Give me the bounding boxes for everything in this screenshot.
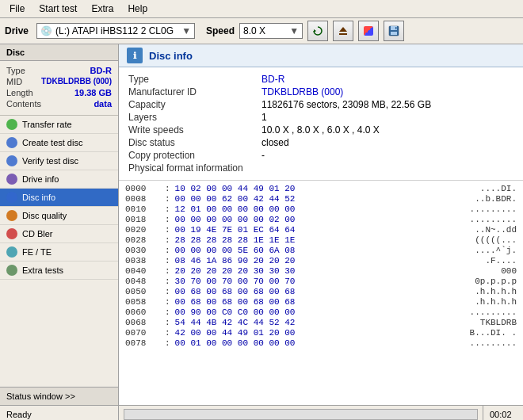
field-label: Write speeds [128,124,255,136]
drive-selector[interactable]: 💿 (L:) ATAPI iHBS112 2 CL0G ▼ [36,23,195,39]
hex-ascii: ......... [470,307,517,317]
svg-point-9 [6,155,17,166]
hex-ascii: .F.... [485,256,517,265]
hex-bytes: 00 00 00 00 5E 60 6A 08 [175,246,468,255]
sidebar-item-label-disc-info: Disc info [22,193,55,202]
svg-point-10 [6,174,17,185]
eject-button[interactable] [333,21,353,41]
drive-dropdown-arrow[interactable]: ▼ [181,25,191,36]
speed-selector[interactable]: 8.0 X ▼ [239,23,303,39]
sidebar-item-disc-info[interactable]: Disc info [0,189,118,207]
hex-addr: 0078 [125,338,165,348]
hex-row: 0048 : 30 70 00 70 00 70 00 700p.p.p.p [125,277,517,286]
color-icon [364,26,373,36]
field-label: Copy protection [128,150,255,161]
hex-bytes: 00 68 00 68 00 68 00 68 [175,287,468,296]
toolbar: Drive 💿 (L:) ATAPI iHBS112 2 CL0G ▼ Spee… [0,18,523,44]
content-header-title: Disc info [149,50,193,62]
sidebar-item-label-fe-te: FE / TE [22,247,52,257]
speed-dropdown-arrow[interactable]: ▼ [289,25,299,36]
eject-icon [338,25,349,36]
sidebar-item-cd-bler[interactable]: CD Bler [0,225,118,243]
hex-row: 0020 : 00 19 4E 7E 01 EC 64 64..N~..dd [125,225,517,235]
disc-mid-value: TDKBLDRBB (000) [41,77,112,86]
hex-addr: 0058 [125,297,165,307]
hex-ascii: .h.h.h.h [475,297,517,307]
status-time: 00:02 [483,406,523,420]
hex-bytes: 00 00 00 62 00 42 44 52 [175,194,468,204]
hex-ascii: 000 [501,266,517,276]
sidebar-item-label-drive-info: Drive info [22,174,59,184]
field-label: Capacity [128,99,255,110]
sidebar-item-fe-te[interactable]: FE / TE [0,243,118,262]
sidebar-item-verify-test-disc[interactable]: Verify test disc [0,152,118,170]
hex-ascii: ......... [470,215,517,224]
field-label: Type [128,74,255,85]
field-value: - [262,150,513,161]
extra-tests-icon [5,263,19,277]
disc-type-value: BD-R [90,66,113,75]
sidebar-item-drive-info[interactable]: Drive info [0,170,118,189]
menu-start-test[interactable]: Start test [32,2,83,16]
field-value [262,162,513,174]
menu-file[interactable]: File [3,2,31,16]
hex-addr: 0050 [125,287,165,296]
speed-value: 8.0 X [243,25,265,36]
field-value: 10.0 X , 8.0 X , 6.0 X , 4.0 X [262,124,513,136]
menu-help[interactable]: Help [121,2,154,16]
drive-info-icon [5,172,19,186]
disc-info-icon [5,190,19,204]
sidebar-item-transfer-rate[interactable]: Transfer rate [0,116,118,134]
sidebar-item-disc-quality[interactable]: Disc quality [0,207,118,225]
disc-quality-icon [5,208,19,223]
hex-ascii: B...DI. . [470,328,517,338]
disc-info-header-icon: ℹ [127,48,143,63]
progress-bar: 0.0% [124,409,478,420]
hex-row: 0000 : 10 02 00 00 44 49 01 20....DI. [125,184,517,193]
svg-point-7 [6,119,17,130]
speed-label: Speed [206,25,235,36]
hex-ascii: .h.h.h.h [475,287,517,296]
disc-type-label: Type [6,66,25,75]
field-label: Manufacturer ID [128,86,255,97]
hex-dump[interactable]: 0000 : 10 02 00 00 44 49 01 20....DI.000… [119,181,523,405]
fe-te-icon [5,245,19,259]
status-window-button[interactable]: Status window >> [0,387,118,405]
svg-marker-1 [339,27,347,32]
content-header: ℹ Disc info [119,44,523,67]
hex-row: 0030 : 00 00 00 00 5E 60 6A 08....^`j. [125,246,517,255]
cd-bler-icon [5,227,19,241]
field-value: 1 [262,112,513,123]
hex-addr: 0048 [125,277,165,286]
svg-rect-2 [339,33,347,35]
refresh-icon [312,25,323,36]
color-button[interactable] [358,21,379,41]
hex-addr: 0060 [125,307,165,317]
sidebar-navigation: Transfer rateCreate test discVerify test… [0,116,118,387]
sidebar-item-extra-tests[interactable]: Extra tests [0,262,118,280]
hex-ascii: ....DI. [480,184,517,193]
svg-point-14 [6,246,17,258]
disc-contents-value: data [94,99,112,109]
field-label: Disc status [128,137,255,148]
disc-length-label: Length [6,88,33,97]
hex-row: 0078 : 00 01 00 00 00 00 00 00......... [125,338,517,348]
svg-point-15 [6,265,17,276]
hex-ascii: 0p.p.p.p [475,277,517,286]
refresh-button[interactable] [307,21,328,41]
field-value: 11826176 sectors, 23098 MB, 22.56 GB [262,99,513,110]
sidebar-item-label-create-test-disc: Create test disc [22,138,82,147]
sidebar-item-create-test-disc[interactable]: Create test disc [0,134,118,152]
svg-rect-5 [391,32,397,35]
hex-row: 0070 : 42 00 00 44 49 01 20 00B...DI. . [125,328,517,338]
hex-addr: 0040 [125,266,165,276]
field-value: BD-R [262,74,513,85]
hex-row: 0010 : 12 01 00 00 00 00 00 00......... [125,204,517,214]
hex-row: 0050 : 00 68 00 68 00 68 00 68.h.h.h.h [125,287,517,296]
sidebar-item-label-cd-bler: CD Bler [22,229,53,239]
save-button[interactable] [384,21,404,41]
menu-extra[interactable]: Extra [85,2,120,16]
svg-point-11 [6,192,17,203]
hex-ascii: ..N~..dd [475,225,517,235]
hex-bytes: 20 20 20 20 20 30 30 30 [175,266,494,276]
